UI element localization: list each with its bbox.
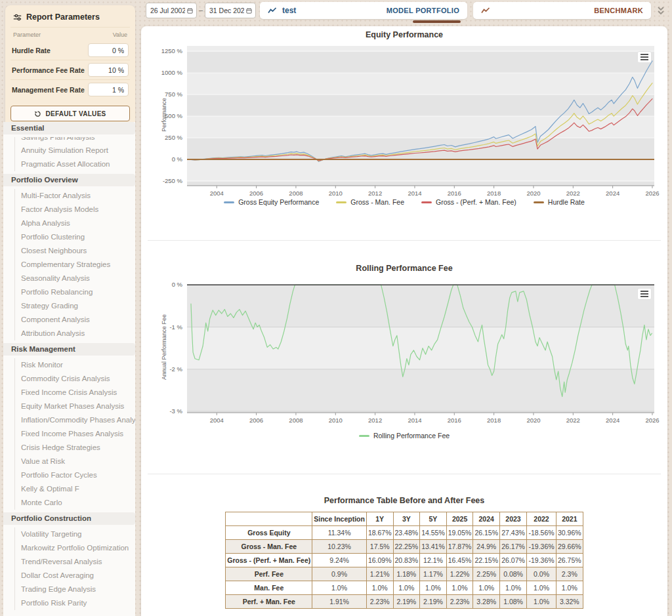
active-tab-indicator [413,20,461,23]
sidebar-item[interactable]: Kelly & Optimal F [21,482,135,496]
svg-text:0 %: 0 % [172,281,183,288]
sidebar-item[interactable]: Fixed Income Crisis Analysis [21,386,135,400]
date-to-input[interactable] [209,7,244,14]
parameter-value-input[interactable] [88,63,129,77]
line-chart-icon [268,7,277,14]
sidebar-item[interactable]: Alpha Analysis [21,216,135,230]
sidebar-item[interactable]: Component Analysis [21,313,135,327]
sidebar-item[interactable]: Dollar Cost Averaging [21,569,135,583]
table-cell: 2.3% [556,567,583,581]
default-values-button[interactable]: DEFAULT VALUES [10,106,130,121]
legend-item[interactable]: Gross - Man. Fee [336,198,404,206]
sidebar-item[interactable]: Complementary Strategies [21,258,135,272]
table-cell: 2.19% [420,595,447,609]
table-cell: 29.66% [556,540,583,554]
table-row: Gross - Man. Fee10.23%17.5%22.25%13.41%1… [226,540,583,554]
sidebar-item[interactable]: Seasonality Analysis [21,272,135,285]
calendar-icon[interactable] [246,7,252,14]
table-cell: 23.48% [393,526,420,540]
legend-swatch [336,201,346,203]
legend-item[interactable]: Gross - (Perf. + Man. Fee) [421,198,516,206]
svg-text:-250 %: -250 % [163,177,183,184]
sidebar-item[interactable]: Multi-Factor Analysis [21,189,135,203]
sidebar-item[interactable]: Savings Plan Analysis [21,137,135,144]
table-header-cell: 2024 [473,512,500,526]
sidebar-item[interactable]: Portfolio Clustering [21,230,135,244]
sidebar-item[interactable]: Portfolio Risk Parity [21,596,135,610]
benchmark-label: BENCHMARK [594,7,643,14]
sidebar-item[interactable]: Trend/Reversal Analysis [21,555,135,569]
table-cell: 1.0% [527,595,556,609]
benchmark-selector[interactable]: BENCHMARK [473,2,651,19]
table-row: Man. Fee1.0%1.0%1.0%1.0%1.0%1.0%1.0%1.0%… [226,581,583,595]
sidebar-item[interactable]: Crisis Hedge Strategies [21,441,135,455]
sidebar-item[interactable]: Attribution Analysis [21,327,135,340]
svg-text:2004: 2004 [210,417,224,424]
svg-text:2022: 2022 [566,190,580,197]
calendar-icon[interactable] [187,7,193,14]
table-row: Gross - (Perf. + Man. Fee)9.24%16.09%20.… [226,554,583,567]
sidebar-item[interactable]: Volatility Targeting [21,527,135,541]
nav-section-header: Risk Management [3,343,135,356]
svg-text:2004: 2004 [210,190,224,197]
svg-text:2010: 2010 [329,417,343,424]
report-content-card: Equity Performance Performance 1250 %100… [141,26,667,616]
rolling-fee-title: Rolling Performance Fee [141,264,667,273]
sidebar-item[interactable]: Risk Monitor [21,358,135,372]
chart-context-menu-button[interactable] [637,288,652,300]
parameter-row: Hurdle Rate [10,41,130,60]
table-cell: 1.0% [556,581,583,595]
sidebar-item[interactable]: Fixed Income Phases Analysis [21,427,135,441]
sidebar-item[interactable]: Commodity Crisis Analysis [21,372,135,386]
sidebar-item[interactable]: Value at Risk [21,455,135,468]
table-cell: 30.96% [556,526,583,540]
table-header-cell: 2023 [500,512,527,526]
parameter-value-input[interactable] [88,43,129,57]
legend-label: Hurdle Rate [548,198,585,206]
sidebar-item[interactable]: Markowitz Portfolio Optimization [21,541,135,555]
date-range-separator: – [199,6,203,14]
performance-table-container: Since Inception1Y3Y5Y2025202420232022202… [141,512,667,609]
table-header-cell: 1Y [366,512,393,526]
sidebar-item[interactable]: Trading Edge Analysis [21,583,135,596]
sidebar-item[interactable]: Closest Neighbours [21,244,135,258]
table-header-cell: 2021 [556,512,583,526]
sidebar-item[interactable]: Pragmatic Asset Allocation [21,157,135,171]
parameter-value-input[interactable] [88,83,129,96]
parameter-label: Management Fee Rate [12,86,85,94]
portfolio-name: test [282,6,296,15]
table-cell: 9.24% [312,554,367,567]
svg-text:-1 %: -1 % [169,323,182,331]
date-from-field[interactable] [146,3,197,18]
model-portfolio-selector[interactable]: test MODEL PORTFOLIO [260,2,467,19]
sidebar-item[interactable]: Factor Analysis Models [21,203,135,216]
chart-context-menu-button[interactable] [637,51,652,63]
sidebar-item[interactable]: Monte Carlo [21,496,135,510]
table-cell: 0.9% [312,567,367,581]
section-divider [148,240,661,241]
legend-item[interactable]: Gross Equity Performance [224,198,319,206]
svg-text:2024: 2024 [606,417,620,424]
sidebar-item[interactable]: Annuity Simulation Report [21,144,135,157]
sidebar-item[interactable]: Strategy Grading [21,299,135,313]
legend-item[interactable]: Rolling Performance Fee [359,432,450,440]
sliders-icon [13,13,22,22]
table-cell: 11.34% [312,526,367,540]
table-cell: 17.5% [366,540,393,554]
section-divider [148,474,661,474]
collapse-toolbar-button[interactable] [657,6,665,18]
date-from-input[interactable] [150,7,185,14]
sidebar-item[interactable]: Portfolio Factor Cycles [21,468,135,482]
table-cell: 1.18% [393,567,420,581]
sidebar-item[interactable]: Portfolio Rebalancing [21,285,135,299]
report-parameters-title: Report Parameters [10,11,130,28]
legend-item[interactable]: Hurdle Rate [534,198,585,206]
model-portfolio-label: MODEL PORTFOLIO [387,7,459,14]
sidebar-item[interactable]: Inflation/Commodity Phases Analysis [21,413,135,427]
table-cell: Perf. Fee [226,567,312,581]
table-cell: 10.23% [312,540,367,554]
svg-text:2016: 2016 [448,417,461,424]
svg-text:250 %: 250 % [165,134,182,141]
date-to-field[interactable] [205,3,256,18]
sidebar-item[interactable]: Equity Market Phases Analysis [21,400,135,413]
